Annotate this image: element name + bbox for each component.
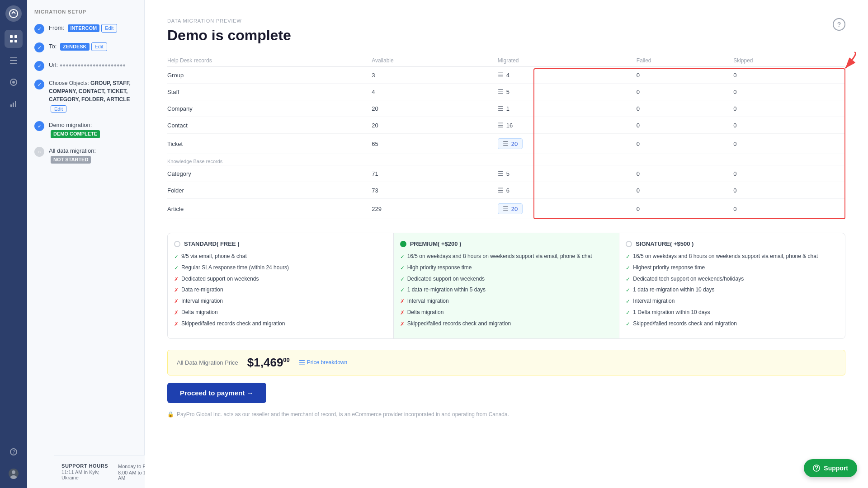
cross-icon: ✗	[174, 309, 179, 317]
col-header-records: Help Desk records	[167, 55, 367, 67]
step-demo: ✓ Demo migration: DEMO COMPLETE	[34, 121, 137, 138]
record-available: 20	[367, 100, 493, 117]
step-url-icon: ✓	[34, 61, 44, 71]
feature-item: ✗ Interval migration	[400, 297, 613, 305]
sidebar: MIGRATION SETUP ✓ From: INTERCOMEdit ✓ T…	[27, 0, 145, 488]
record-migrated-highlight[interactable]: ☰ 20	[493, 134, 632, 154]
radio-standard[interactable]	[174, 241, 180, 247]
pricing-premium-name: PREMIUM( +$200 )	[410, 240, 462, 247]
app-logo[interactable]	[5, 5, 22, 22]
record-skipped: 0	[729, 199, 845, 219]
feature-item: ✗ Dedicated support on weekends	[174, 275, 387, 283]
table-row: Company 20 ☰ 1 0 0	[167, 100, 845, 117]
record-name: Category	[167, 165, 367, 182]
from-tag: INTERCOM	[68, 24, 100, 32]
svg-rect-11	[13, 103, 14, 107]
record-name: Article	[167, 199, 367, 219]
feature-item: ✓ 16/5 on weekdays and 8 hours on weeken…	[400, 253, 613, 261]
radio-signature[interactable]	[626, 241, 632, 247]
red-arrow-annotation	[818, 50, 863, 82]
cross-icon: ✗	[174, 276, 179, 283]
check-icon: ✓	[400, 264, 405, 272]
check-icon: ✓	[626, 264, 630, 272]
feature-item: ✓ 1 Delta migration within 10 days	[626, 309, 839, 317]
sidebar-title: MIGRATION SETUP	[34, 9, 137, 14]
step-alldata-icon: ○	[34, 147, 44, 157]
check-icon: ✓	[174, 264, 179, 272]
feature-item: ✗ Skipped/failed records check and migra…	[400, 320, 613, 328]
kb-section-row: Knowledge Base records	[167, 154, 845, 165]
support-button[interactable]: Support	[804, 459, 857, 477]
record-migrated-highlight[interactable]: ☰ 20	[493, 199, 632, 219]
main-content: ? DATA MIGRATION PREVIEW Demo is complet…	[145, 0, 868, 488]
step-url-label: Url: ●●●●●●●●●●●●●●●●●●●●●●	[49, 61, 126, 68]
feature-item: ✓ Skipped/failed records check and migra…	[626, 320, 839, 328]
cross-icon: ✗	[400, 309, 405, 317]
nav-grid-icon[interactable]	[5, 30, 23, 48]
cross-icon: ✗	[400, 298, 405, 305]
step-alldata: ○ All data migration: NOT STARTED	[34, 146, 137, 164]
svg-rect-5	[10, 57, 17, 58]
support-hours-title: SUPPORT HOURS	[61, 463, 118, 469]
record-failed: 0	[632, 67, 729, 84]
record-failed: 0	[632, 134, 729, 154]
svg-rect-7	[10, 63, 17, 64]
help-icon[interactable]: ?	[833, 18, 845, 31]
pricing-signature-name: SIGNATURE( +$500 )	[636, 240, 693, 247]
record-skipped: 0	[729, 84, 845, 100]
alldata-tag: NOT STARTED	[51, 156, 91, 164]
col-header-migrated: Migrated	[493, 55, 632, 67]
support-location: 11:11 AM in Kyiv, Ukraine	[61, 469, 118, 480]
record-available: 71	[367, 165, 493, 182]
svg-point-17	[10, 475, 17, 479]
feature-item: ✗ Delta migration	[400, 309, 613, 317]
kb-section-label: Knowledge Base records	[167, 154, 845, 165]
record-failed: 0	[632, 199, 729, 219]
radio-premium[interactable]	[400, 241, 406, 247]
nav-avatar[interactable]	[5, 465, 23, 483]
svg-rect-21	[299, 364, 305, 365]
feature-item: ✓ Dedicated support on weekends	[400, 275, 613, 283]
record-failed: 0	[632, 100, 729, 117]
record-migrated: ☰ 16	[493, 117, 632, 134]
nav-chart-icon[interactable]	[5, 95, 23, 113]
lock-icon: 🔒	[167, 410, 174, 418]
svg-point-16	[12, 470, 15, 474]
feature-item: ✓ Regular SLA response time (within 24 h…	[174, 264, 387, 272]
record-migrated: ☰ 5	[493, 84, 632, 100]
to-edit-btn[interactable]: Edit	[91, 42, 107, 51]
step-from-icon: ✓	[34, 24, 44, 34]
record-available: 20	[367, 117, 493, 134]
pricing-card-standard[interactable]: STANDARD( FREE ) ✓ 9/5 via email, phone …	[168, 233, 394, 338]
step-to: ✓ To: ZENDESKEdit	[34, 42, 137, 52]
pricing-card-premium[interactable]: PREMIUM( +$200 ) ✓ 16/5 on weekdays and …	[394, 233, 620, 338]
check-icon: ✓	[400, 276, 405, 283]
objects-edit-btn[interactable]: Edit	[51, 105, 66, 113]
record-skipped: 0	[729, 117, 845, 134]
pricing-card-signature[interactable]: SIGNATURE( +$500 ) ✓ 16/5 on weekdays an…	[619, 233, 845, 338]
step-from-label: From: INTERCOMEdit	[49, 24, 117, 31]
table-row: Category 71 ☰ 5 0 0	[167, 165, 845, 182]
check-icon: ✓	[400, 253, 405, 261]
proceed-to-payment-button[interactable]: Proceed to payment →	[167, 383, 266, 403]
table-row: Group 3 ☰ 4 0 0	[167, 67, 845, 84]
record-available: 4	[367, 84, 493, 100]
left-navigation: ?	[0, 0, 27, 488]
record-skipped: 0	[729, 100, 845, 117]
table-row: Ticket 65 ☰ 20 0 0	[167, 134, 845, 154]
from-edit-btn[interactable]: Edit	[101, 24, 117, 33]
record-skipped: 0	[729, 182, 845, 199]
cross-icon: ✗	[174, 320, 179, 328]
price-breakdown-link[interactable]: Price breakdown	[299, 359, 347, 366]
feature-item: ✗ Skipped/failed records check and migra…	[174, 320, 387, 328]
table-row: Contact 20 ☰ 16 0 0	[167, 117, 845, 134]
table-row: Staff 4 ☰ 5 0 0	[167, 84, 845, 100]
demo-tag: DEMO COMPLETE	[51, 130, 100, 138]
check-icon: ✓	[626, 276, 630, 283]
record-name: Folder	[167, 182, 367, 199]
nav-help-icon[interactable]: ?	[5, 443, 23, 461]
feature-item: ✗ Delta migration	[174, 309, 387, 317]
feature-item: ✓ Dedicated tech support on weekends/hol…	[626, 275, 839, 283]
nav-circle-icon[interactable]	[5, 73, 23, 91]
nav-list-icon[interactable]	[5, 52, 23, 70]
